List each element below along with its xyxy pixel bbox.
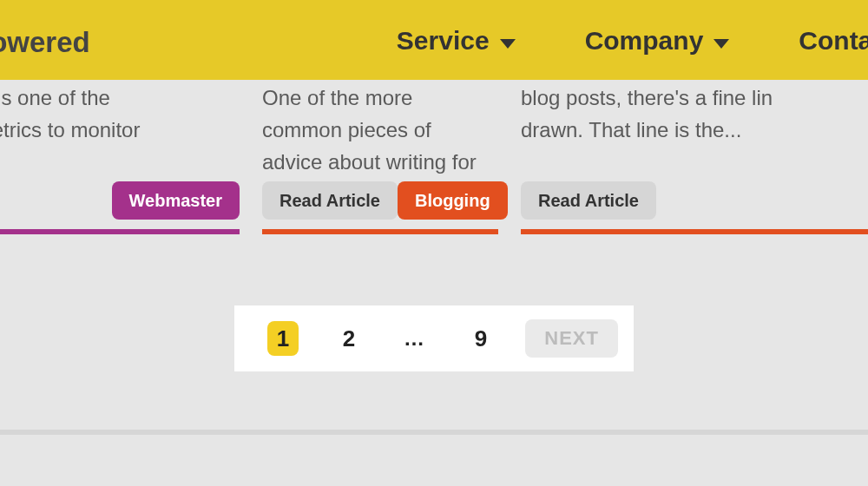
chevron-down-icon <box>500 39 516 49</box>
next-button[interactable]: NEXT <box>525 319 618 358</box>
article-card: One of the more common pieces of advice … <box>262 80 502 240</box>
card-footer: Read Article Blogging <box>262 184 498 234</box>
chevron-down-icon <box>713 39 729 49</box>
article-cards-row: rough rate is one of the ant web metrics… <box>0 80 868 240</box>
footer-divider <box>0 430 868 435</box>
nav-item-company[interactable]: Company <box>585 26 730 56</box>
read-article-button[interactable]: Read Article <box>521 181 656 220</box>
nav-item-service[interactable]: Service <box>397 26 516 56</box>
card-footer: Webmaster <box>0 184 240 234</box>
read-article-button[interactable]: Read Article <box>262 181 398 220</box>
page-2[interactable]: 2 <box>333 321 365 356</box>
page-1[interactable]: 1 <box>267 321 299 356</box>
category-tag-blogging[interactable]: Blogging <box>398 181 508 220</box>
page-9[interactable]: 9 <box>465 321 496 356</box>
nav-item-contact[interactable]: Contac <box>799 26 868 56</box>
article-excerpt: rough rate is one of the ant web metrics… <box>0 82 243 146</box>
page-ellipsis: … <box>404 326 426 351</box>
category-tag-webmaster[interactable]: Webmaster <box>112 181 240 220</box>
article-card: blog posts, there's a fine lin drawn. Th… <box>521 80 868 240</box>
site-header: t Powered Service Company Contac <box>0 0 868 80</box>
pagination: 1 2 … 9 NEXT <box>234 305 634 371</box>
primary-nav: Service Company Contac <box>397 26 868 56</box>
nav-label: Company <box>585 26 704 56</box>
card-footer: Read Article <box>521 184 868 234</box>
article-excerpt: blog posts, there's a fine lin drawn. Th… <box>521 82 868 146</box>
brand-title: t Powered <box>0 26 90 59</box>
nav-label: Contac <box>799 26 868 56</box>
nav-label: Service <box>397 26 490 56</box>
article-card: rough rate is one of the ant web metrics… <box>0 80 243 240</box>
